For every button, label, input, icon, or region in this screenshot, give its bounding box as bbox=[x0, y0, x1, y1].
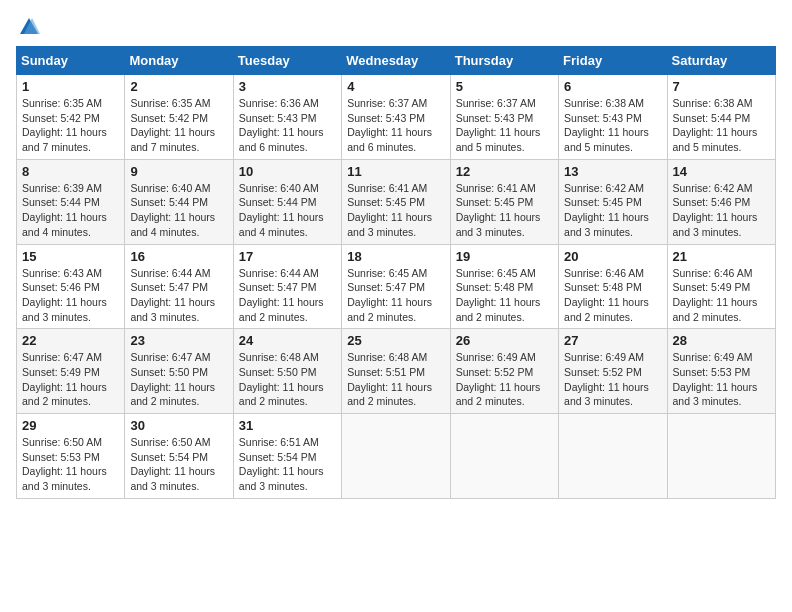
day-number: 2 bbox=[130, 79, 227, 94]
day-number: 8 bbox=[22, 164, 119, 179]
day-info: Sunrise: 6:48 AMSunset: 5:51 PMDaylight:… bbox=[347, 351, 432, 407]
calendar-cell: 27 Sunrise: 6:49 AMSunset: 5:52 PMDaylig… bbox=[559, 329, 667, 414]
day-info: Sunrise: 6:49 AMSunset: 5:53 PMDaylight:… bbox=[673, 351, 758, 407]
day-number: 22 bbox=[22, 333, 119, 348]
calendar-cell: 17 Sunrise: 6:44 AMSunset: 5:47 PMDaylig… bbox=[233, 244, 341, 329]
day-info: Sunrise: 6:35 AMSunset: 5:42 PMDaylight:… bbox=[130, 97, 215, 153]
day-info: Sunrise: 6:49 AMSunset: 5:52 PMDaylight:… bbox=[456, 351, 541, 407]
day-number: 20 bbox=[564, 249, 661, 264]
day-number: 31 bbox=[239, 418, 336, 433]
day-info: Sunrise: 6:50 AMSunset: 5:53 PMDaylight:… bbox=[22, 436, 107, 492]
day-info: Sunrise: 6:44 AMSunset: 5:47 PMDaylight:… bbox=[130, 267, 215, 323]
weekday-header: Thursday bbox=[450, 47, 558, 75]
day-info: Sunrise: 6:39 AMSunset: 5:44 PMDaylight:… bbox=[22, 182, 107, 238]
page-header bbox=[16, 16, 776, 38]
calendar-cell: 7 Sunrise: 6:38 AMSunset: 5:44 PMDayligh… bbox=[667, 75, 775, 160]
day-info: Sunrise: 6:35 AMSunset: 5:42 PMDaylight:… bbox=[22, 97, 107, 153]
day-info: Sunrise: 6:40 AMSunset: 5:44 PMDaylight:… bbox=[239, 182, 324, 238]
day-number: 16 bbox=[130, 249, 227, 264]
calendar-cell bbox=[342, 414, 450, 499]
day-info: Sunrise: 6:38 AMSunset: 5:43 PMDaylight:… bbox=[564, 97, 649, 153]
weekday-header: Sunday bbox=[17, 47, 125, 75]
day-info: Sunrise: 6:47 AMSunset: 5:49 PMDaylight:… bbox=[22, 351, 107, 407]
calendar-cell: 25 Sunrise: 6:48 AMSunset: 5:51 PMDaylig… bbox=[342, 329, 450, 414]
calendar-cell: 26 Sunrise: 6:49 AMSunset: 5:52 PMDaylig… bbox=[450, 329, 558, 414]
calendar-cell: 1 Sunrise: 6:35 AMSunset: 5:42 PMDayligh… bbox=[17, 75, 125, 160]
day-number: 30 bbox=[130, 418, 227, 433]
weekday-header: Saturday bbox=[667, 47, 775, 75]
day-info: Sunrise: 6:50 AMSunset: 5:54 PMDaylight:… bbox=[130, 436, 215, 492]
day-number: 17 bbox=[239, 249, 336, 264]
calendar-cell: 22 Sunrise: 6:47 AMSunset: 5:49 PMDaylig… bbox=[17, 329, 125, 414]
day-number: 14 bbox=[673, 164, 770, 179]
day-info: Sunrise: 6:41 AMSunset: 5:45 PMDaylight:… bbox=[347, 182, 432, 238]
calendar-cell: 24 Sunrise: 6:48 AMSunset: 5:50 PMDaylig… bbox=[233, 329, 341, 414]
day-info: Sunrise: 6:36 AMSunset: 5:43 PMDaylight:… bbox=[239, 97, 324, 153]
day-info: Sunrise: 6:43 AMSunset: 5:46 PMDaylight:… bbox=[22, 267, 107, 323]
day-info: Sunrise: 6:42 AMSunset: 5:46 PMDaylight:… bbox=[673, 182, 758, 238]
calendar-cell: 15 Sunrise: 6:43 AMSunset: 5:46 PMDaylig… bbox=[17, 244, 125, 329]
day-number: 23 bbox=[130, 333, 227, 348]
calendar-cell bbox=[450, 414, 558, 499]
day-number: 11 bbox=[347, 164, 444, 179]
logo-icon bbox=[18, 16, 40, 38]
day-info: Sunrise: 6:41 AMSunset: 5:45 PMDaylight:… bbox=[456, 182, 541, 238]
calendar-cell: 16 Sunrise: 6:44 AMSunset: 5:47 PMDaylig… bbox=[125, 244, 233, 329]
calendar-cell: 9 Sunrise: 6:40 AMSunset: 5:44 PMDayligh… bbox=[125, 159, 233, 244]
day-info: Sunrise: 6:46 AMSunset: 5:48 PMDaylight:… bbox=[564, 267, 649, 323]
day-info: Sunrise: 6:37 AMSunset: 5:43 PMDaylight:… bbox=[456, 97, 541, 153]
calendar-cell: 31 Sunrise: 6:51 AMSunset: 5:54 PMDaylig… bbox=[233, 414, 341, 499]
day-number: 18 bbox=[347, 249, 444, 264]
calendar-cell bbox=[667, 414, 775, 499]
calendar-cell: 23 Sunrise: 6:47 AMSunset: 5:50 PMDaylig… bbox=[125, 329, 233, 414]
day-info: Sunrise: 6:44 AMSunset: 5:47 PMDaylight:… bbox=[239, 267, 324, 323]
day-number: 21 bbox=[673, 249, 770, 264]
day-number: 29 bbox=[22, 418, 119, 433]
day-number: 1 bbox=[22, 79, 119, 94]
calendar-cell: 3 Sunrise: 6:36 AMSunset: 5:43 PMDayligh… bbox=[233, 75, 341, 160]
calendar-cell: 14 Sunrise: 6:42 AMSunset: 5:46 PMDaylig… bbox=[667, 159, 775, 244]
day-number: 6 bbox=[564, 79, 661, 94]
day-number: 9 bbox=[130, 164, 227, 179]
weekday-header: Wednesday bbox=[342, 47, 450, 75]
calendar-cell: 28 Sunrise: 6:49 AMSunset: 5:53 PMDaylig… bbox=[667, 329, 775, 414]
calendar-cell: 4 Sunrise: 6:37 AMSunset: 5:43 PMDayligh… bbox=[342, 75, 450, 160]
day-number: 3 bbox=[239, 79, 336, 94]
day-info: Sunrise: 6:47 AMSunset: 5:50 PMDaylight:… bbox=[130, 351, 215, 407]
weekday-header: Monday bbox=[125, 47, 233, 75]
day-number: 10 bbox=[239, 164, 336, 179]
day-info: Sunrise: 6:49 AMSunset: 5:52 PMDaylight:… bbox=[564, 351, 649, 407]
calendar-cell: 20 Sunrise: 6:46 AMSunset: 5:48 PMDaylig… bbox=[559, 244, 667, 329]
calendar-cell: 6 Sunrise: 6:38 AMSunset: 5:43 PMDayligh… bbox=[559, 75, 667, 160]
day-info: Sunrise: 6:48 AMSunset: 5:50 PMDaylight:… bbox=[239, 351, 324, 407]
calendar-cell: 30 Sunrise: 6:50 AMSunset: 5:54 PMDaylig… bbox=[125, 414, 233, 499]
day-info: Sunrise: 6:38 AMSunset: 5:44 PMDaylight:… bbox=[673, 97, 758, 153]
calendar-cell bbox=[559, 414, 667, 499]
day-number: 26 bbox=[456, 333, 553, 348]
calendar-cell: 2 Sunrise: 6:35 AMSunset: 5:42 PMDayligh… bbox=[125, 75, 233, 160]
day-info: Sunrise: 6:42 AMSunset: 5:45 PMDaylight:… bbox=[564, 182, 649, 238]
weekday-header: Friday bbox=[559, 47, 667, 75]
day-info: Sunrise: 6:45 AMSunset: 5:47 PMDaylight:… bbox=[347, 267, 432, 323]
calendar-cell: 18 Sunrise: 6:45 AMSunset: 5:47 PMDaylig… bbox=[342, 244, 450, 329]
calendar-cell: 11 Sunrise: 6:41 AMSunset: 5:45 PMDaylig… bbox=[342, 159, 450, 244]
day-info: Sunrise: 6:45 AMSunset: 5:48 PMDaylight:… bbox=[456, 267, 541, 323]
day-number: 25 bbox=[347, 333, 444, 348]
calendar-cell: 19 Sunrise: 6:45 AMSunset: 5:48 PMDaylig… bbox=[450, 244, 558, 329]
day-number: 27 bbox=[564, 333, 661, 348]
day-number: 28 bbox=[673, 333, 770, 348]
day-number: 19 bbox=[456, 249, 553, 264]
day-number: 13 bbox=[564, 164, 661, 179]
calendar-cell: 10 Sunrise: 6:40 AMSunset: 5:44 PMDaylig… bbox=[233, 159, 341, 244]
logo bbox=[16, 16, 40, 38]
calendar-table: SundayMondayTuesdayWednesdayThursdayFrid… bbox=[16, 46, 776, 499]
day-number: 15 bbox=[22, 249, 119, 264]
day-number: 5 bbox=[456, 79, 553, 94]
day-info: Sunrise: 6:46 AMSunset: 5:49 PMDaylight:… bbox=[673, 267, 758, 323]
day-number: 7 bbox=[673, 79, 770, 94]
day-number: 12 bbox=[456, 164, 553, 179]
calendar-cell: 5 Sunrise: 6:37 AMSunset: 5:43 PMDayligh… bbox=[450, 75, 558, 160]
day-info: Sunrise: 6:37 AMSunset: 5:43 PMDaylight:… bbox=[347, 97, 432, 153]
day-info: Sunrise: 6:40 AMSunset: 5:44 PMDaylight:… bbox=[130, 182, 215, 238]
day-number: 24 bbox=[239, 333, 336, 348]
